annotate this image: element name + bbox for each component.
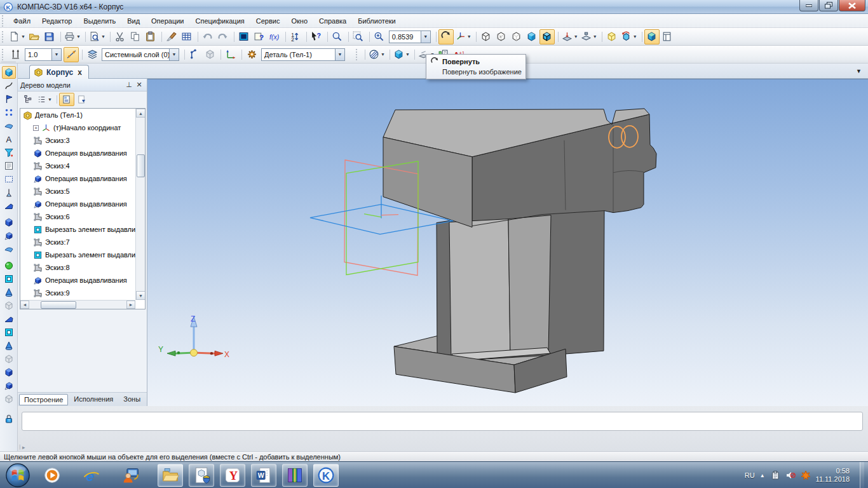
tool-measure[interactable]	[2, 133, 16, 146]
taskbar-clock[interactable]: 0:58 11.11.2018	[816, 467, 850, 484]
zoom-scale-combo[interactable]: 0.8539 ▼	[389, 30, 431, 43]
material-hatch-button[interactable]: ▼	[367, 47, 386, 62]
tree-item-sketch-3[interactable]: Эскиз:3	[20, 134, 145, 147]
action-center-icon[interactable]	[770, 470, 780, 480]
zoom-area-button[interactable]	[351, 29, 366, 44]
minimize-button[interactable]	[799, 0, 818, 11]
tree-item-cut-1[interactable]: Вырезать элемент выдавливания	[20, 223, 145, 236]
scroll-right-icon[interactable]: ►	[126, 301, 135, 309]
help-topics-button[interactable]	[252, 29, 267, 44]
tree-item-sketch-4[interactable]: Эскиз:4	[20, 159, 145, 172]
context-help-button[interactable]	[309, 29, 324, 44]
menu-libraries[interactable]: Библиотеки	[352, 15, 402, 27]
taskbar-yandex[interactable]	[220, 464, 245, 487]
volume-muted-icon[interactable]	[785, 470, 796, 480]
scroll-thumb-h[interactable]	[41, 301, 76, 309]
hidden-lines-button[interactable]	[494, 29, 509, 44]
tool-surface[interactable]	[2, 119, 16, 132]
redo-button[interactable]	[215, 29, 231, 44]
phantom-button[interactable]	[202, 47, 217, 62]
taskbar-ie[interactable]	[79, 464, 104, 487]
close-button[interactable]	[839, 0, 865, 11]
scroll-up-icon[interactable]: ▲	[136, 109, 146, 118]
menu-specification[interactable]: Спецификация	[190, 15, 250, 27]
print-preview-button[interactable]: ▼	[88, 29, 107, 44]
document-tab-korpus[interactable]: Корпус x	[29, 65, 89, 79]
language-indicator[interactable]: RU	[745, 471, 755, 479]
tree-item-extrude-2[interactable]: Операция выдавливания	[20, 172, 145, 185]
renumber-button[interactable]	[288, 29, 303, 44]
local-csys-button[interactable]	[187, 47, 202, 62]
layers-button[interactable]	[85, 47, 100, 62]
menu-help[interactable]: Справка	[313, 15, 352, 27]
taskbar-3d-viewer[interactable]	[189, 464, 214, 487]
tree-item-extrude-3[interactable]: Операция выдавливания	[20, 198, 145, 210]
tree-item-origin[interactable]: +(т)Начало координат	[20, 121, 145, 134]
panel-tab-build[interactable]: Построение	[19, 394, 68, 405]
document-manager-button[interactable]	[236, 29, 252, 44]
taskbar-word[interactable]	[251, 464, 276, 487]
panel-tab-versions[interactable]: Исполнения	[69, 394, 118, 404]
tool-ghost-2[interactable]	[2, 353, 16, 365]
tab-list-dropdown-icon[interactable]: ▼	[856, 68, 862, 74]
menu-editor[interactable]: Редактор	[36, 15, 78, 27]
tool-spline[interactable]	[2, 79, 16, 92]
menu-file[interactable]: Файл	[8, 15, 36, 27]
tree-item-extrude-1[interactable]: Операция выдавливания	[20, 147, 145, 159]
new-document-button[interactable]: ▼	[8, 29, 27, 44]
part-properties-button[interactable]	[244, 47, 259, 62]
current-step-button[interactable]	[8, 47, 23, 62]
tool-attach-surface[interactable]	[2, 243, 16, 255]
zoom-selected-button[interactable]	[330, 29, 345, 44]
taskbar-kompas[interactable]	[313, 464, 339, 487]
scroll-down-icon[interactable]: ▼	[136, 291, 146, 300]
tree-item-sketch-6[interactable]: Эскиз:6	[20, 210, 145, 223]
reorient-button[interactable]: ▼	[620, 29, 639, 44]
tree-extra-window-button[interactable]	[74, 93, 90, 106]
viewport-canvas[interactable]: Z X Y	[147, 79, 868, 406]
wireframe-button[interactable]	[478, 29, 494, 44]
pin-panel-icon[interactable]: ⊥	[124, 80, 134, 90]
shaded-view-button[interactable]: ▼	[392, 47, 411, 62]
paste-button[interactable]	[143, 29, 158, 44]
hidden-lines-thin-button[interactable]	[509, 29, 524, 44]
tool-lock[interactable]	[2, 412, 16, 425]
tree-horizontal-scrollbar[interactable]: ◄ ►	[20, 300, 135, 309]
tool-wedge[interactable]	[2, 313, 16, 325]
simplified-display-button[interactable]: ▼	[580, 29, 599, 44]
sketch-box-button[interactable]	[604, 29, 620, 44]
tool-box-frame[interactable]	[2, 326, 16, 339]
perspective-button[interactable]	[644, 29, 660, 44]
restore-button[interactable]	[819, 0, 838, 11]
tree-composition-button[interactable]: ▼	[36, 93, 53, 106]
menu-select[interactable]: Выделить	[78, 15, 121, 27]
step-combo[interactable]: 1.0 ▼	[25, 48, 62, 61]
tree-item-sketch-8[interactable]: Эскиз:8	[20, 261, 145, 274]
property-message-field[interactable]	[22, 412, 863, 431]
tool-datum[interactable]	[2, 186, 16, 199]
copy-button[interactable]	[128, 29, 143, 44]
open-button[interactable]	[27, 29, 42, 44]
tool-extrude[interactable]	[2, 216, 16, 229]
menu-operations[interactable]: Операции	[146, 15, 189, 27]
taskbar-user-account[interactable]	[118, 464, 144, 487]
close-panel-icon[interactable]: ✕	[134, 80, 144, 90]
start-button[interactable]	[5, 463, 31, 488]
tool-points[interactable]	[2, 106, 16, 119]
tool-edit-part[interactable]	[2, 66, 16, 79]
tool-shell[interactable]	[2, 200, 16, 212]
tool-extrude-alt[interactable]	[2, 229, 16, 242]
shaded-with-edges-button[interactable]	[539, 29, 555, 44]
taskbar-winrar[interactable]	[282, 464, 308, 487]
tree-item-part-root[interactable]: Деталь (Тел-1)	[20, 109, 145, 121]
layer-combo[interactable]: Системный слой (0) ▼	[102, 48, 179, 61]
tool-cubes[interactable]	[2, 366, 16, 379]
copy-properties-button[interactable]	[164, 29, 179, 44]
panel-tab-zones[interactable]: Зоны	[119, 394, 145, 404]
tree-item-sketch-7[interactable]: Эскиз:7	[20, 236, 145, 248]
tree-item-cut-2[interactable]: Вырезать элемент выдавливания	[20, 248, 145, 261]
print-button[interactable]: ▼	[63, 29, 82, 44]
tree-vertical-scrollbar[interactable]: ▲ ▼	[135, 109, 145, 300]
tool-pin[interactable]	[2, 93, 16, 105]
zoom-in-button[interactable]	[372, 29, 387, 44]
